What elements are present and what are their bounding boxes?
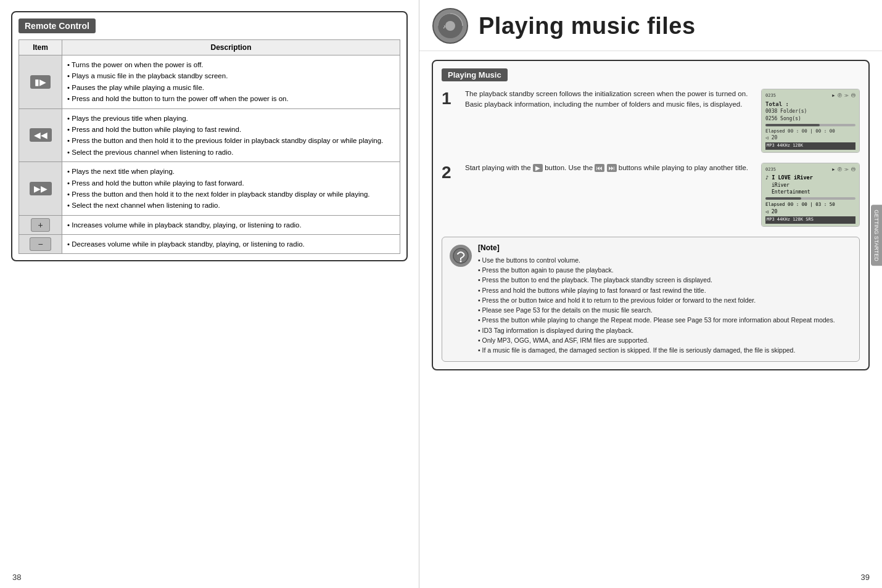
- screen2-line1: 0235: [765, 167, 776, 173]
- step-1-number: 1: [442, 90, 459, 107]
- note-item: • Press the button again to pause the pl…: [478, 265, 852, 275]
- playing-music-box: Playing Music 1 The playback standby scr…: [432, 60, 870, 370]
- description-cell-4: • Decreases volume while in playback sta…: [62, 235, 400, 254]
- page-title: Playing music files: [479, 13, 696, 39]
- note-item: • If a music file is damaged, the damage…: [478, 345, 852, 355]
- step-2-row: 2 Start playing with the ▶ button. Use t…: [442, 163, 860, 227]
- step-1-text: The playback standby screen follows the …: [465, 89, 755, 110]
- note-item: • Please see Page 53 for the details on …: [478, 305, 852, 315]
- screen1-volume: ◁ 20: [765, 134, 855, 141]
- right-panel: ♪ Playing music files Playing Music 1 Th…: [419, 0, 882, 588]
- svg-text:♪: ♪: [443, 23, 446, 30]
- screen2-elapsed: Elapsed 00 : 00 | 03 : 50: [765, 202, 855, 208]
- note-item: • Press and hold the buttons while playi…: [478, 285, 852, 295]
- note-content: [Note] • Use the buttons to control volu…: [478, 243, 852, 356]
- screen2-album: Entertainment: [772, 189, 855, 195]
- screen1-elapsed: Elapsed 00 : 00 | 00 : 00: [765, 128, 855, 135]
- description-cell-1: • Plays the previous title when playing.…: [62, 108, 400, 162]
- step-1-row: 1 The playback standby screen follows th…: [442, 89, 860, 153]
- note-item: • Press the or button twice and hold it …: [478, 295, 852, 305]
- note-item: • Press the button to end the playback. …: [478, 275, 852, 285]
- note-item: • Press the button while playing to chan…: [478, 315, 852, 325]
- music-icon: ♪: [432, 7, 469, 44]
- screen1-total: Total :: [765, 100, 855, 108]
- page-number-right: 39: [861, 573, 870, 582]
- remote-control-box: Remote Control Item Description ▮▶• Turn…: [11, 11, 408, 261]
- screen1-songs: 0256 Song(s): [765, 115, 855, 122]
- svg-point-5: [460, 260, 462, 262]
- screen1-line1: 0235: [765, 93, 776, 99]
- note-icon: [450, 245, 472, 267]
- remote-control-title: Remote Control: [19, 18, 96, 33]
- screen1-folders: 0038 Folder(s): [765, 108, 855, 115]
- screen2-volume: ◁ 20: [765, 208, 855, 215]
- description-cell-0: • Turns the power on when the power is o…: [62, 55, 400, 109]
- screen2-format: MP3 44KHz 128K SRS: [765, 216, 855, 224]
- screen2-song: ♪ I LOVE iRiver: [765, 174, 855, 182]
- description-cell-3: • Increases volume while in playback sta…: [62, 215, 400, 234]
- description-cell-2: • Plays the next title when playing.• Pr…: [62, 162, 400, 216]
- note-item: • Only MP3, OGG, WMA, and ASF, IRM files…: [478, 335, 852, 345]
- note-items: • Use the buttons to control volume.• Pr…: [478, 255, 852, 356]
- step-2-number: 2: [442, 164, 459, 181]
- left-panel: Remote Control Item Description ▮▶• Turn…: [0, 0, 419, 588]
- note-box: [Note] • Use the buttons to control volu…: [442, 237, 860, 362]
- screen1-format: MP3 44KHz 128K: [765, 142, 855, 150]
- note-title: [Note]: [478, 243, 852, 252]
- next-button: ▶▶: [19, 162, 62, 216]
- sidebar-tab: GETTING STARTED: [871, 205, 882, 266]
- svg-point-2: [445, 21, 455, 31]
- step-2-text: Start playing with the ▶ button. Use the…: [465, 163, 755, 173]
- prev-button: ◀◀: [19, 108, 62, 162]
- step-2-image: 0235 ▶ ⓟ ≫ ⓜ ♪ I LOVE iRiver iRiver Ente…: [761, 163, 860, 227]
- volume-up-button: +: [19, 215, 62, 234]
- remote-control-table: Item Description ▮▶• Turns the power on …: [19, 39, 400, 254]
- right-content: Playing Music 1 The playback standby scr…: [419, 51, 882, 379]
- screen2-artist: iRiver: [772, 182, 855, 189]
- play-pause-button: ▮▶: [19, 55, 62, 109]
- step-1-image: 0235 ▶ ⓟ ≫ ⓜ Total : 0038 Folder(s) 0256…: [761, 89, 860, 153]
- page-header: ♪ Playing music files: [419, 0, 882, 51]
- col-item: Item: [19, 40, 62, 55]
- playing-music-section-title: Playing Music: [442, 68, 508, 81]
- note-item: • Use the buttons to control volume.: [478, 255, 852, 265]
- volume-down-button: −: [19, 235, 62, 254]
- col-description: Description: [62, 40, 400, 55]
- page-number-left: 38: [12, 573, 21, 582]
- note-item: • ID3 Tag information is displayed durin…: [478, 325, 852, 335]
